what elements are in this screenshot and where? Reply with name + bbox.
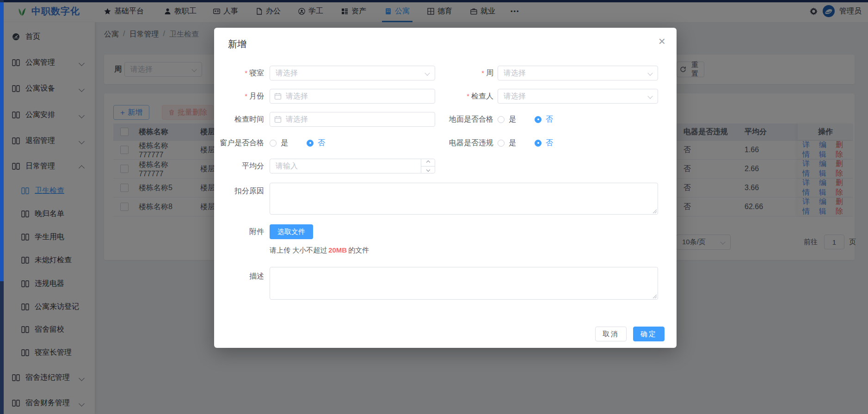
radio-yes[interactable] (498, 140, 505, 147)
close-icon[interactable]: × (659, 35, 665, 47)
week-select[interactable] (498, 66, 658, 80)
avg-score-field (270, 159, 435, 173)
required-mark: * (481, 69, 484, 77)
required-mark: * (245, 92, 247, 100)
check-time-picker[interactable] (270, 112, 435, 127)
dorm-select-input[interactable] (270, 66, 435, 80)
avg-score-input[interactable] (270, 159, 435, 173)
add-dialog: 新增 × *寝室 *周 *月份 *检查人 检查时 (214, 28, 677, 348)
appliance-violation-radio-group: 是 否 (498, 136, 553, 150)
radio-yes[interactable] (270, 140, 277, 147)
description-field (270, 267, 658, 300)
inspector-label: *检查人 (431, 89, 493, 104)
description-label: 描述 (214, 272, 264, 281)
appliance-violation-label: 电器是否违规 (431, 136, 493, 150)
radio-no-label[interactable]: 否 (318, 138, 325, 148)
ground-ok-label: 地面是否合格 (431, 112, 493, 127)
cancel-button[interactable]: 取消 (595, 327, 627, 341)
radio-yes[interactable] (498, 116, 505, 123)
dorm-select[interactable] (270, 66, 435, 80)
ground-ok-radio-group: 是 否 (498, 112, 553, 127)
radio-no-label[interactable]: 否 (546, 115, 553, 124)
select-file-button[interactable]: 选取文件 (270, 224, 313, 239)
radio-yes-label[interactable]: 是 (509, 138, 516, 148)
check-time-input[interactable] (270, 112, 435, 127)
radio-yes-label[interactable]: 是 (281, 138, 288, 148)
month-picker[interactable] (270, 89, 435, 104)
radio-no-label[interactable]: 否 (546, 138, 553, 148)
dialog-title: 新增 (228, 38, 246, 50)
radio-no-selected[interactable] (307, 140, 314, 147)
upload-hint: 请上传 大小不超过20MB的文件 (270, 246, 369, 255)
week-select-input[interactable] (498, 66, 658, 80)
inspector-select-input[interactable] (498, 89, 658, 104)
month-label: *月份 (214, 89, 264, 104)
number-spinner (421, 159, 435, 173)
deduction-reason-field (270, 183, 658, 215)
spinner-down-button[interactable] (421, 167, 435, 174)
attachment-label: 附件 (214, 224, 264, 239)
inspector-select[interactable] (498, 89, 658, 104)
spinner-up-button[interactable] (421, 159, 435, 167)
required-mark: * (245, 69, 247, 77)
radio-yes-label[interactable]: 是 (509, 115, 516, 124)
window-top-edge (0, 0, 868, 2)
dorm-label: *寝室 (214, 66, 264, 80)
description-textarea[interactable] (270, 267, 658, 300)
chevron-down-icon (426, 168, 430, 172)
left-scrollbar-thumb[interactable] (0, 2, 4, 281)
month-picker-input[interactable] (270, 89, 435, 104)
confirm-button[interactable]: 确定 (633, 327, 665, 341)
upload-size-limit: 20MB (328, 246, 347, 254)
dialog-footer: 取消 确定 (595, 327, 665, 341)
week-label: *周 (431, 66, 493, 80)
required-mark: * (467, 92, 469, 100)
check-time-label: 检查时间 (214, 112, 264, 127)
deduction-reason-textarea[interactable] (270, 183, 658, 215)
chevron-up-icon (426, 161, 430, 164)
avg-score-label: 平均分 (214, 159, 264, 173)
deduction-reason-label: 扣分原因 (214, 186, 264, 196)
radio-no-selected[interactable] (535, 140, 542, 147)
window-ok-label: 窗户是否合格 (214, 136, 264, 150)
radio-no-selected[interactable] (535, 116, 542, 123)
window-ok-radio-group: 是 否 (270, 136, 325, 150)
